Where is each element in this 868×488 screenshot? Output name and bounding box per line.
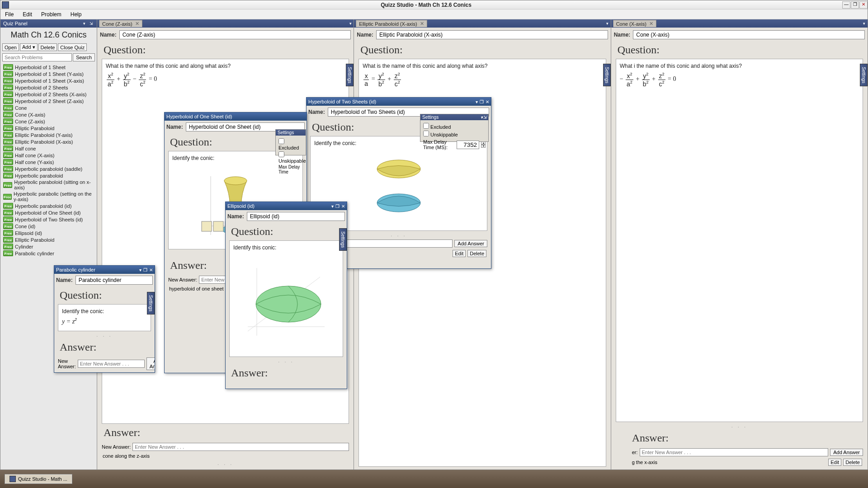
- add-answer-button[interactable]: Add Answer: [830, 449, 863, 456]
- add-button[interactable]: Add ▾: [20, 43, 38, 51]
- resize-grip[interactable]: . . .: [614, 422, 865, 429]
- problem-item[interactable]: FreeHyperboloid of One Sheet (id): [2, 209, 95, 216]
- tab-dropdown-icon[interactable]: ▾: [604, 21, 611, 26]
- maximize-icon[interactable]: ❐: [480, 99, 484, 104]
- problem-item[interactable]: FreeHalf cone (Y-axis): [2, 159, 95, 165]
- problem-item[interactable]: FreeHyperboloid of Two Sheets (id): [2, 216, 95, 223]
- new-answer-input[interactable]: [640, 448, 829, 456]
- unskippable-checkbox[interactable]: Unskippable: [278, 151, 303, 164]
- pin-icon[interactable]: ⇲: [483, 115, 486, 120]
- edit-button[interactable]: Edit: [828, 459, 841, 466]
- delete-button[interactable]: Delete: [38, 43, 57, 51]
- tab-dropdown-icon[interactable]: ▾: [347, 21, 354, 26]
- problem-item[interactable]: FreeHyperboloid of 1 Sheet (X-axis): [2, 77, 95, 84]
- problem-item[interactable]: FreeElliptic Paraboloid (X-axis): [2, 138, 95, 145]
- problem-item[interactable]: FreeCone (Z-axis): [2, 118, 95, 125]
- resize-grip[interactable]: . . .: [227, 357, 345, 364]
- excluded-checkbox[interactable]: Excluded: [423, 123, 486, 130]
- problem-item[interactable]: FreeHalf cone (X-axis): [2, 152, 95, 159]
- close-icon[interactable]: ✕: [486, 99, 489, 104]
- problem-item[interactable]: FreeElliptic Paraboloid (Y-axis): [2, 131, 95, 138]
- close-button[interactable]: ✕: [859, 1, 868, 9]
- close-tab-icon[interactable]: ✕: [649, 21, 653, 27]
- problem-item[interactable]: FreeHyperbolic parabolic (setting on the…: [2, 191, 95, 202]
- settings-tab[interactable]: Settings: [339, 228, 347, 251]
- search-button[interactable]: Search: [73, 53, 95, 61]
- close-icon[interactable]: ✕: [341, 204, 345, 209]
- open-button[interactable]: Open: [2, 43, 19, 51]
- close-quiz-button[interactable]: Close Quiz: [58, 43, 87, 51]
- name-input[interactable]: [376, 30, 608, 39]
- problem-name: Cone (X-axis): [15, 112, 45, 117]
- tab-cone-x[interactable]: Cone (X-axis)✕: [613, 20, 656, 27]
- question-box[interactable]: What i the name of this conic and along …: [616, 59, 863, 422]
- problem-item[interactable]: FreeCone (id): [2, 223, 95, 230]
- problem-item[interactable]: FreeCone (X-axis): [2, 111, 95, 118]
- panel-pin-icon[interactable]: ⇲: [90, 21, 94, 26]
- question-box[interactable]: Identify the conic: y = z2: [58, 304, 151, 331]
- delete-button[interactable]: Delete: [843, 459, 862, 466]
- search-input[interactable]: [2, 53, 72, 61]
- edit-button[interactable]: Edit: [453, 250, 466, 257]
- problem-item[interactable]: FreeEllipsoid (id): [2, 230, 95, 236]
- close-tab-icon[interactable]: ✕: [135, 21, 139, 27]
- problem-item[interactable]: FreeHalf cone: [2, 145, 95, 152]
- minimize-icon[interactable]: ▾: [476, 99, 478, 104]
- problem-item[interactable]: FreeHyperboloid of 2 Sheet (Z-axis): [2, 98, 95, 104]
- close-tab-icon[interactable]: ✕: [420, 21, 424, 27]
- name-input[interactable]: [247, 212, 345, 221]
- free-badge: Free: [3, 173, 13, 178]
- window-parabolic-cylinder[interactable]: Parabolic cylinder▾❐✕ Name: Question: Id…: [54, 265, 155, 373]
- new-answer-input[interactable]: [78, 360, 145, 368]
- maximize-icon[interactable]: ❐: [335, 204, 340, 209]
- menu-edit[interactable]: Edit: [18, 11, 37, 18]
- problem-item[interactable]: FreeCone: [2, 104, 95, 111]
- menu-help[interactable]: Help: [66, 11, 86, 18]
- minimize-button[interactable]: —: [842, 1, 850, 9]
- maximize-icon[interactable]: ❐: [143, 267, 147, 272]
- problem-item[interactable]: FreeHyperboloid of 2 Sheets (X-axis): [2, 91, 95, 98]
- tab-cone-z[interactable]: Cone (Z-axis)✕: [99, 20, 142, 27]
- menu-file[interactable]: File: [0, 11, 18, 18]
- panel-dropdown-icon[interactable]: ▾: [83, 21, 88, 26]
- problem-item[interactable]: FreeHyperbolic paraboloid (saddle): [2, 165, 95, 172]
- name-input[interactable]: [75, 276, 153, 285]
- taskbar-app-button[interactable]: Quizz Studio - Math ...: [5, 474, 72, 484]
- problem-item[interactable]: FreeHyperbolic paraboloid (sitting on x-…: [2, 179, 95, 191]
- problem-item[interactable]: FreeHyperboloid of 2 Sheets: [2, 84, 95, 91]
- add-answer-button[interactable]: Add Answer: [146, 357, 155, 370]
- problem-item[interactable]: FreeHyperboloid of 1 Sheet: [2, 64, 95, 70]
- spin-up-icon[interactable]: ▴: [481, 141, 486, 145]
- resize-grip[interactable]: . . .: [56, 331, 153, 338]
- problem-item[interactable]: FreeElliptic Paraboloid: [2, 125, 95, 131]
- close-icon[interactable]: ✕: [149, 267, 153, 272]
- tab-elliptic-paraboloid[interactable]: Elliptic Paraboloid (X-axis)✕: [356, 20, 427, 27]
- window-ellipsoid[interactable]: Ellipsoid (id)▾❐✕ Name: Question: Identi…: [225, 202, 347, 389]
- name-input[interactable]: [633, 30, 865, 39]
- tab-dropdown-icon[interactable]: ▾: [861, 21, 868, 26]
- settings-tab[interactable]: Settings: [147, 292, 155, 314]
- problem-item[interactable]: FreeHyperboloid of 1 Sheet (Y-axis): [2, 70, 95, 77]
- settings-tab[interactable]: Settings: [603, 64, 611, 86]
- excluded-checkbox[interactable]: Excluded: [278, 138, 303, 150]
- delete-button[interactable]: Delete: [467, 250, 486, 257]
- problem-item[interactable]: FreeHyperbolic paraboloid (id): [2, 202, 95, 209]
- question-box[interactable]: Identify this conic:: [229, 240, 343, 357]
- max-delay-input[interactable]: [457, 141, 479, 149]
- problem-item[interactable]: FreeParabolic cylinder: [2, 250, 95, 257]
- problem-item[interactable]: FreeCylinder: [2, 243, 95, 250]
- problem-item[interactable]: FreeHyperbolic paraboloid: [2, 172, 95, 179]
- problem-item[interactable]: FreeElliptic Paraboloid: [2, 236, 95, 243]
- new-answer-input[interactable]: [132, 443, 349, 451]
- resize-grip[interactable]: . . .: [100, 460, 351, 467]
- spin-down-icon[interactable]: ▾: [481, 145, 486, 148]
- add-answer-button[interactable]: Add Answer: [454, 240, 487, 247]
- settings-tab[interactable]: Settings: [860, 64, 868, 86]
- maximize-button[interactable]: ❐: [851, 1, 859, 9]
- minimize-icon[interactable]: ▾: [139, 267, 142, 272]
- menu-problem[interactable]: Problem: [37, 11, 66, 18]
- unskippable-checkbox[interactable]: Unskippable: [423, 131, 486, 137]
- settings-tab[interactable]: Settings: [346, 64, 354, 86]
- minimize-icon[interactable]: ▾: [331, 204, 334, 209]
- name-input[interactable]: [119, 30, 351, 39]
